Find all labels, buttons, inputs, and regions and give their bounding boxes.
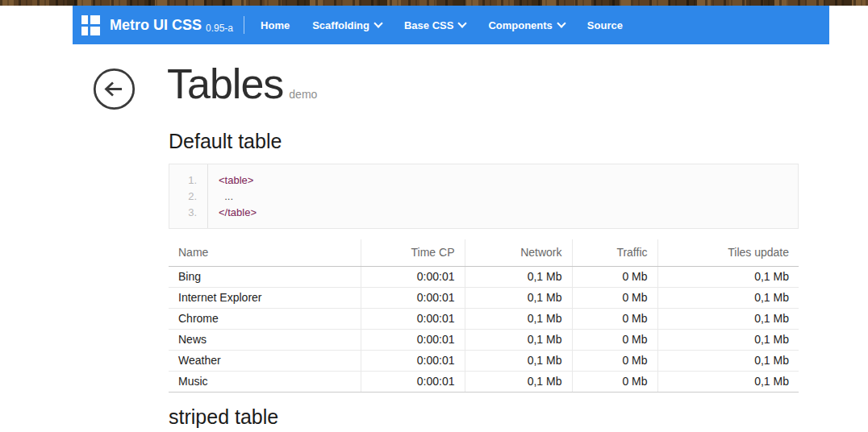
table-cell: 0:00:01 bbox=[361, 351, 465, 372]
logo-tile bbox=[81, 15, 88, 24]
table-cell: 0,1 Mb bbox=[657, 309, 799, 330]
column-header-time-cp: Time CP bbox=[361, 239, 465, 267]
default-table: NameTime CPNetworkTrafficTiles update Bi… bbox=[169, 239, 799, 393]
table-cell: 0,1 Mb bbox=[465, 372, 572, 393]
nav-item-home[interactable]: Home bbox=[249, 6, 301, 44]
table-cell: Music bbox=[169, 372, 361, 393]
nav-item-label: Components bbox=[488, 19, 552, 31]
column-header-name: Name bbox=[169, 239, 361, 267]
code-text: </table> bbox=[219, 205, 257, 221]
table-cell: Chrome bbox=[169, 309, 361, 330]
table-cell: 0:00:01 bbox=[361, 309, 465, 330]
table-cell: 0 Mb bbox=[572, 288, 657, 309]
arrow-left-circle-icon bbox=[93, 68, 136, 110]
code-line-number: 3. bbox=[169, 205, 197, 221]
table-cell: 0:00:01 bbox=[361, 288, 465, 309]
table-cell: 0 Mb bbox=[572, 351, 657, 372]
top-navbar: Metro UI CSS 0.95-a HomeScaffoldingBase … bbox=[73, 6, 829, 44]
table-cell: 0,1 Mb bbox=[465, 267, 572, 288]
table-cell: 0,1 Mb bbox=[465, 330, 572, 351]
chevron-down-icon bbox=[557, 19, 565, 27]
nav-item-label: Scaffolding bbox=[312, 19, 369, 31]
nav-item-base-css[interactable]: Base CSS bbox=[393, 6, 477, 44]
table-cell: 0 Mb bbox=[572, 372, 657, 393]
table-cell: 0,1 Mb bbox=[465, 351, 572, 372]
table-cell: 0,1 Mb bbox=[657, 351, 799, 372]
code-line: 3.</table> bbox=[169, 205, 798, 221]
table-cell: 0 Mb bbox=[572, 330, 657, 351]
default-table-wrapper: NameTime CPNetworkTrafficTiles update Bi… bbox=[169, 239, 799, 393]
code-line: 1.<table> bbox=[169, 172, 798, 189]
code-line: 2. ... bbox=[169, 189, 798, 205]
chevron-down-icon bbox=[458, 19, 467, 27]
column-header-traffic: Traffic bbox=[572, 239, 657, 267]
code-text: ... bbox=[219, 189, 233, 205]
table-cell: 0 Mb bbox=[572, 309, 657, 330]
nav-item-label: Home bbox=[261, 19, 290, 31]
table-cell: 0:00:01 bbox=[361, 330, 465, 351]
table-cell: 0,1 Mb bbox=[657, 330, 799, 351]
table-cell: Internet Explorer bbox=[169, 288, 361, 309]
navbar-menu: HomeScaffoldingBase CSSComponentsSource bbox=[249, 6, 634, 44]
code-line-number: 2. bbox=[169, 189, 197, 205]
code-example-block: 1.<table>2. ...3.</table> bbox=[169, 164, 799, 229]
table-cell: Weather bbox=[169, 351, 361, 372]
metro-tiles-logo-icon[interactable] bbox=[81, 15, 100, 35]
column-header-tiles-update: Tiles update bbox=[657, 239, 799, 267]
code-text: <table> bbox=[219, 172, 253, 189]
table-row: Bing0:00:010,1 Mb0 Mb0,1 Mb bbox=[169, 267, 799, 288]
section-heading-striped-table: striped table bbox=[169, 406, 278, 429]
back-button[interactable] bbox=[93, 68, 136, 110]
table-row: Chrome0:00:010,1 Mb0 Mb0,1 Mb bbox=[169, 309, 799, 330]
code-line-number: 1. bbox=[169, 172, 197, 189]
navbar-divider bbox=[244, 16, 244, 34]
nav-item-scaffolding[interactable]: Scaffolding bbox=[301, 6, 393, 44]
brand-version: 0.95-a bbox=[206, 23, 233, 34]
table-cell: 0,1 Mb bbox=[465, 288, 572, 309]
column-header-network: Network bbox=[465, 239, 572, 267]
nav-item-label: Base CSS bbox=[404, 19, 453, 31]
table-row: Weather0:00:010,1 Mb0 Mb0,1 Mb bbox=[169, 351, 799, 372]
table-cell: 0,1 Mb bbox=[657, 288, 799, 309]
nav-item-label: Source bbox=[587, 19, 623, 31]
logo-tile bbox=[81, 27, 88, 35]
section-heading-default-table: Default table bbox=[169, 131, 282, 153]
table-cell: 0 Mb bbox=[572, 267, 657, 288]
table-cell: 0:00:01 bbox=[361, 267, 465, 288]
table-cell: 0,1 Mb bbox=[657, 267, 799, 288]
logo-tile bbox=[90, 27, 100, 35]
chevron-down-icon bbox=[373, 19, 382, 27]
page-title: Tablesdemo bbox=[167, 60, 317, 109]
table-row: Internet Explorer0:00:010,1 Mb0 Mb0,1 Mb bbox=[169, 288, 799, 309]
table-cell: Bing bbox=[169, 267, 361, 288]
page-subtitle: demo bbox=[289, 88, 317, 101]
wood-texture-strip bbox=[0, 0, 868, 6]
table-row: News0:00:010,1 Mb0 Mb0,1 Mb bbox=[169, 330, 799, 351]
nav-item-source[interactable]: Source bbox=[576, 6, 634, 44]
logo-tile bbox=[90, 15, 100, 24]
table-row: Music0:00:010,1 Mb0 Mb0,1 Mb bbox=[169, 372, 799, 393]
page-title-text: Tables bbox=[167, 60, 283, 107]
table-cell: 0:00:01 bbox=[361, 372, 465, 393]
table-cell: 0,1 Mb bbox=[657, 372, 799, 393]
nav-item-components[interactable]: Components bbox=[477, 6, 575, 44]
table-cell: 0,1 Mb bbox=[465, 309, 572, 330]
brand-title[interactable]: Metro UI CSS bbox=[110, 17, 202, 34]
table-header-row: NameTime CPNetworkTrafficTiles update bbox=[169, 239, 799, 267]
code-gutter-separator bbox=[207, 164, 208, 228]
table-cell: News bbox=[169, 330, 361, 351]
